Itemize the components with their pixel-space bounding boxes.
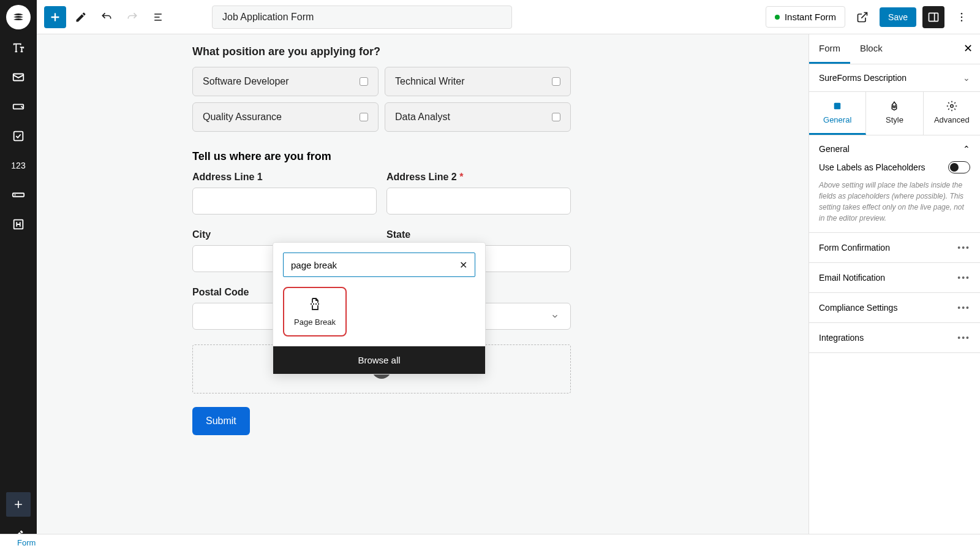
labels-placeholder-label: Use Labels as Placeholders [819,162,925,172]
status-dot-icon [775,15,780,20]
description-label: SureForms Description [819,73,907,83]
browse-all-label: Browse all [358,355,400,365]
address2-input[interactable] [386,188,571,215]
state-label: State [386,229,571,240]
option-software-developer[interactable]: Software Developer [192,67,379,96]
checkbox-icon [552,77,560,86]
tab-form[interactable]: Form [809,34,850,64]
general-panel-header[interactable]: General ⌃ [819,144,970,154]
close-sidebar-button[interactable]: ✕ [963,42,973,55]
option-data-analyst[interactable]: Data Analyst [385,102,571,132]
sidebar-toggle-button[interactable] [922,6,944,28]
save-button[interactable]: Save [880,7,916,27]
breadcrumb[interactable]: Form [0,534,980,551]
city-label: City [192,229,377,240]
inserter-search-wrapper: ✕ [283,253,475,277]
section-title: Tell us where are you from [192,150,571,163]
form-canvas: What position are you applying for? Soft… [37,34,809,534]
chevron-down-icon: ⌄ [963,73,970,83]
add-block-button[interactable] [44,6,66,28]
save-label: Save [888,12,908,22]
add-element-button[interactable] [6,492,31,517]
input-icon[interactable] [7,184,29,206]
mail-icon[interactable] [7,66,29,88]
submit-label: Submit [206,416,236,426]
svg-rect-2 [14,132,23,141]
help-text: Above setting will place the labels insi… [819,180,970,224]
gear-icon [946,101,957,112]
svg-point-7 [961,16,963,18]
inserter-search-input[interactable] [291,260,459,270]
subtab-general[interactable]: General [809,92,866,135]
heading-icon[interactable] [7,213,29,235]
clear-search-button[interactable]: ✕ [459,259,467,271]
undo-button[interactable] [96,6,118,28]
instant-form-label: Instant Form [785,12,836,22]
checkbox-icon [360,77,368,86]
sidebar-item-form-confirmation[interactable]: Form Confirmation••• [809,233,980,263]
edit-mode-button[interactable] [70,6,92,28]
form-title-input[interactable]: Job Application Form [212,6,512,29]
instant-form-button[interactable]: Instant Form [766,6,845,28]
more-options-button[interactable] [951,6,973,28]
page-break-icon [307,297,322,311]
block-result-page-break[interactable]: Page Break [283,287,347,336]
svg-rect-11 [834,103,841,110]
left-sidebar: 123 [0,0,37,551]
more-icon: ••• [957,273,970,283]
typography-icon[interactable] [7,37,29,59]
address1-label: Address Line 1 [192,172,377,183]
checkbox-icon[interactable] [7,125,29,147]
option-quality-assurance[interactable]: Quality Assurance [192,102,379,132]
block-inserter-popover: ✕ Page Break Browse all [273,242,486,374]
chevron-up-icon: ⌃ [963,144,970,154]
general-icon [832,101,843,112]
breadcrumb-label: Form [17,538,36,547]
number-icon[interactable]: 123 [7,154,29,177]
svg-point-12 [951,105,954,108]
checkbox-icon [360,113,368,121]
list-view-button[interactable] [147,6,169,28]
redo-button[interactable] [121,6,143,28]
subtab-advanced[interactable]: Advanced [924,92,980,135]
svg-rect-5 [929,13,938,21]
form-field-icon[interactable] [7,96,29,118]
address1-input[interactable] [192,188,377,215]
right-sidebar: Form Block ✕ SureForms Description ⌄ Gen… [809,34,980,551]
external-link-button[interactable] [851,6,873,28]
option-technical-writer[interactable]: Technical Writer [385,67,571,96]
more-icon: ••• [957,243,970,253]
address2-label: Address Line 2 * [386,172,571,183]
submit-button[interactable]: Submit [192,407,250,435]
sidebar-item-email-notification[interactable]: Email Notification••• [809,263,980,293]
app-logo[interactable] [6,5,31,29]
checkbox-icon [552,113,560,121]
chevron-down-icon [551,312,559,321]
svg-point-8 [961,20,963,21]
tab-block[interactable]: Block [850,34,892,64]
form-title-text: Job Application Form [222,12,314,23]
style-icon [889,101,900,112]
block-result-label: Page Break [294,317,336,327]
sidebar-item-compliance-settings[interactable]: Compliance Settings••• [809,293,980,323]
question-label: What position are you applying for? [192,45,571,58]
subtab-style[interactable]: Style [866,92,923,135]
browse-all-button[interactable]: Browse all [273,346,485,374]
sidebar-item-integrations[interactable]: Integrations••• [809,323,980,353]
more-icon: ••• [957,333,970,343]
labels-placeholder-toggle[interactable] [948,161,970,173]
more-icon: ••• [957,303,970,313]
svg-point-6 [961,12,963,14]
top-toolbar: Job Application Form Instant Form Save [37,0,980,34]
description-section[interactable]: SureForms Description ⌄ [809,64,980,92]
